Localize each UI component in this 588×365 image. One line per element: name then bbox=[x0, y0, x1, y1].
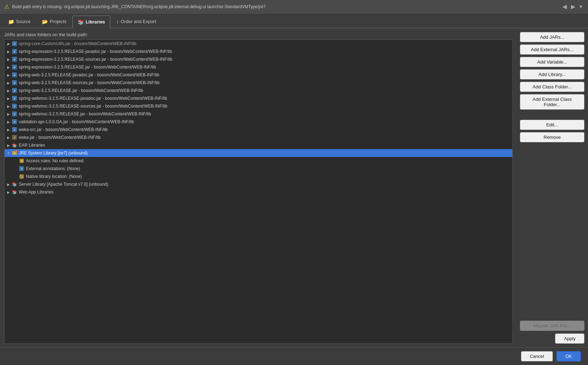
list-item[interactable]: ▶ J weka-src.jar - bosom/WebContent/WEB-… bbox=[5, 126, 512, 134]
warning-icon: ⚠ bbox=[4, 3, 9, 10]
tab-order-export[interactable]: ↕ Order and Export bbox=[111, 15, 161, 28]
tab-order-export-label: Order and Export bbox=[121, 19, 156, 24]
left-panel: JARs and class folders on the build path… bbox=[0, 28, 517, 347]
item-label: JRE System Library [jre7] (unbound) bbox=[19, 151, 88, 156]
projects-icon: 📂 bbox=[42, 19, 48, 24]
item-label: validation-api-1.0.0.GA.jar - bosom/WebC… bbox=[19, 119, 134, 124]
add-external-jars-button[interactable]: Add External JARs... bbox=[520, 44, 584, 55]
menu-arrow[interactable]: ▾ bbox=[578, 2, 584, 11]
toggle-icon: ▶ bbox=[6, 143, 11, 148]
item-label: Native library location: (None) bbox=[26, 174, 82, 179]
list-item[interactable]: ▶ J spring-webmvc-3.2.5.RELEASE.jar - bo… bbox=[5, 110, 512, 118]
item-label: Web App Libraries bbox=[19, 190, 54, 195]
jar-icon: J bbox=[12, 103, 17, 109]
warning-text: Build path entry is missing: org.eclipse… bbox=[12, 4, 558, 9]
jar-icon: J bbox=[12, 41, 17, 47]
list-item[interactable]: ▶ 📚 Server Library [Apache Tomcat v7.0] … bbox=[5, 180, 512, 188]
item-label: spring-web-3.2.5.RELEASE-javadoc.jar - b… bbox=[19, 72, 159, 77]
list-item[interactable]: ▶ J spring-web-3.2.5.RELEASE-sources.jar… bbox=[5, 79, 512, 87]
tabs-bar: 📁 Source 📂 Projects 📚 Libraries ↕ Order … bbox=[0, 13, 588, 28]
toggle-icon: ▶ bbox=[6, 88, 11, 93]
ok-button[interactable]: OK bbox=[556, 351, 581, 361]
tab-source[interactable]: 📁 Source bbox=[3, 15, 36, 28]
order-export-icon: ↕ bbox=[116, 19, 119, 24]
item-label: spring-webmvc-3.2.5.RELEASE-sources.jar … bbox=[19, 104, 167, 109]
toggle-icon: ▶ bbox=[6, 65, 11, 70]
toggle-icon: ▶ bbox=[6, 41, 11, 46]
add-library-button[interactable]: Add Library... bbox=[520, 69, 584, 80]
tab-libraries[interactable]: 📚 Libraries bbox=[72, 16, 110, 28]
jar-icon: J bbox=[12, 111, 17, 117]
jar-icon: J bbox=[12, 80, 17, 86]
item-label: spring-expression-3.2.5.RELEASE-sources.… bbox=[19, 57, 172, 62]
apply-button[interactable]: Apply bbox=[555, 333, 584, 344]
item-label: External annotations: (None) bbox=[26, 166, 80, 171]
back-arrow[interactable]: ◀ bbox=[561, 2, 568, 11]
list-item[interactable]: ▶ J validation-api-1.0.0.GA.jar - bosom/… bbox=[5, 118, 512, 126]
cancel-button[interactable]: Cancel bbox=[521, 351, 553, 361]
toggle-icon: ▶ bbox=[6, 72, 11, 77]
tree-container[interactable]: ▶ J spring-core-CustomUtils.jar - bosom/… bbox=[4, 39, 513, 344]
tab-projects[interactable]: 📂 Projects bbox=[37, 15, 72, 28]
edit-button[interactable]: Edit... bbox=[520, 120, 584, 130]
list-item[interactable]: ▶ J spring-expression-3.2.5.RELEASE.jar … bbox=[5, 63, 512, 71]
lib-icon: 📚 bbox=[12, 189, 17, 195]
jar-icon: J bbox=[12, 96, 17, 101]
toggle-icon: ▶ bbox=[6, 190, 11, 195]
list-item[interactable]: ⚙ Access rules: No rules defined bbox=[5, 157, 512, 165]
toggle-icon: ▶ bbox=[6, 96, 11, 101]
jar-icon: J bbox=[12, 72, 17, 78]
bottom-bar: Cancel OK bbox=[0, 347, 588, 365]
item-label: spring-expression-3.2.5.RELEASE.jar - bo… bbox=[19, 65, 156, 70]
toggle-icon: ▶ bbox=[6, 80, 11, 85]
list-item[interactable]: ▶ J spring-core-CustomUtils.jar - bosom/… bbox=[5, 40, 512, 48]
toggle-icon: ▶ bbox=[6, 49, 11, 54]
jar-icon: J bbox=[12, 56, 17, 62]
toggle-icon: ▶ bbox=[6, 57, 11, 62]
jre-system-library-item[interactable]: ▼ J ! JRE System Library [jre7] (unbound… bbox=[5, 149, 512, 157]
list-item[interactable]: 🔧 Native library location: (None) bbox=[5, 173, 512, 180]
add-class-folder-button[interactable]: Add Class Folder... bbox=[520, 82, 584, 92]
list-item[interactable]: ▶ 📚 Web App Libraries bbox=[5, 188, 512, 196]
list-item[interactable]: ▶ J spring-web-3.2.5.RELEASE-javadoc.jar… bbox=[5, 71, 512, 79]
add-jars-button[interactable]: Add JARs... bbox=[520, 32, 584, 42]
list-item[interactable]: ▶ J spring-webmvc-3.2.5.RELEASE-sources.… bbox=[5, 102, 512, 110]
item-label: spring-webmvc-3.2.5.RELEASE-javadoc.jar … bbox=[19, 96, 167, 101]
svg-text:!: ! bbox=[16, 150, 17, 153]
toggle-icon: ▶ bbox=[6, 135, 11, 140]
list-item[interactable]: ▶ J weka.jar - bosom/WebContent/WEB-INF/… bbox=[5, 134, 512, 141]
list-item[interactable]: ▶ J spring-expression-3.2.5.RELEASE-java… bbox=[5, 48, 512, 55]
list-item[interactable]: ▶ 📚 EAR Libraries bbox=[5, 141, 512, 149]
item-label: spring-core-CustomUtils.jar - bosom/WebC… bbox=[19, 41, 136, 46]
toggle-icon: ▶ bbox=[6, 104, 11, 109]
forward-arrow[interactable]: ▶ bbox=[570, 2, 577, 11]
toggle-icon: ▶ bbox=[6, 111, 11, 116]
item-label: spring-webmvc-3.2.5.RELEASE.jar - bosom/… bbox=[19, 111, 151, 116]
tab-libraries-label: Libraries bbox=[86, 19, 105, 24]
right-panel: Add JARs... Add External JARs... Add Var… bbox=[517, 28, 588, 347]
add-external-class-folder-button[interactable]: Add External Class Folder... bbox=[520, 94, 584, 110]
toggle-icon: ▶ bbox=[6, 119, 11, 124]
item-label: spring-expression-3.2.5.RELEASE-javadoc.… bbox=[19, 49, 172, 54]
migrate-jar-button: Migrate JAR File... bbox=[520, 321, 584, 331]
access-icon: ⚙ bbox=[19, 158, 24, 164]
toggle-icon bbox=[13, 174, 18, 179]
list-item[interactable]: ▶ J spring-web-3.2.5.RELEASE.jar - bosom… bbox=[5, 87, 512, 94]
panel-label: JARs and class folders on the build path… bbox=[4, 32, 513, 37]
jar-icon: J bbox=[12, 135, 17, 140]
toggle-icon: ▼ bbox=[6, 151, 11, 156]
libraries-icon: 📚 bbox=[78, 19, 84, 25]
item-label: spring-web-3.2.5.RELEASE-sources.jar - b… bbox=[19, 80, 160, 85]
item-label: Server Library [Apache Tomcat v7.0] (unb… bbox=[19, 182, 108, 187]
nav-arrows: ◀ ▶ ▾ bbox=[561, 2, 584, 11]
tab-source-label: Source bbox=[16, 19, 31, 24]
list-item[interactable]: J External annotations: (None) bbox=[5, 165, 512, 173]
list-item[interactable]: ▶ J spring-expression-3.2.5.RELEASE-sour… bbox=[5, 55, 512, 63]
toggle-icon bbox=[13, 158, 18, 163]
list-item[interactable]: ▶ J spring-webmvc-3.2.5.RELEASE-javadoc.… bbox=[5, 94, 512, 102]
toggle-icon bbox=[13, 166, 18, 171]
remove-button[interactable]: Remove bbox=[520, 132, 584, 142]
add-variable-button[interactable]: Add Variable... bbox=[520, 57, 584, 67]
main-content: JARs and class folders on the build path… bbox=[0, 28, 588, 347]
source-icon: 📁 bbox=[8, 19, 14, 24]
